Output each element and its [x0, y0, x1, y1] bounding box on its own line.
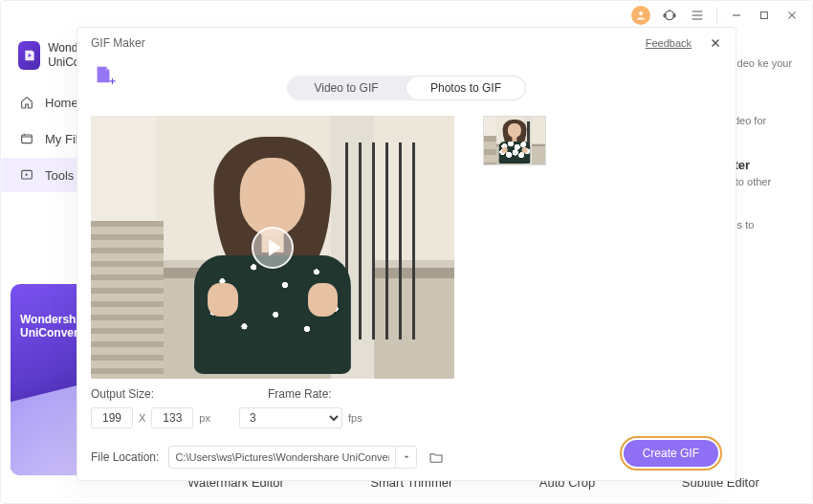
modal-header: GIF Maker Feedback [77, 28, 736, 58]
logo-icon [18, 41, 40, 70]
tab-photos-to-gif[interactable]: Photos to GIF [406, 76, 526, 100]
px-unit: px [199, 412, 210, 424]
params: Output Size: Frame Rate: X px 3 fps [91, 387, 464, 428]
nav-label: Home [45, 96, 78, 110]
gif-maker-modal: GIF Maker Feedback ＋ Video to GIF Photos… [77, 27, 736, 481]
create-gif-button[interactable]: Create GIF [624, 440, 718, 467]
minimize-button[interactable] [728, 7, 745, 24]
output-width-input[interactable] [91, 407, 133, 428]
file-location-dropdown[interactable] [395, 447, 416, 468]
avatar[interactable] [631, 6, 650, 25]
file-location-field [168, 446, 417, 469]
x-separator: X [139, 412, 145, 424]
nav-label: Tools [45, 168, 74, 183]
preview-area [91, 116, 454, 379]
svg-point-1 [665, 11, 673, 19]
file-location-label: File Location: [91, 450, 159, 464]
promo-sparkle-icon: ✦ [24, 437, 41, 462]
add-media-button[interactable]: ＋ [91, 62, 116, 87]
mode-segmented: Video to GIF Photos to GIF [287, 76, 526, 100]
frame-rate-select[interactable]: 3 [239, 407, 342, 428]
plus-icon: ＋ [107, 74, 118, 88]
maximize-button[interactable] [756, 7, 773, 24]
fps-unit: fps [348, 412, 363, 424]
svg-point-0 [639, 11, 643, 15]
frame-rate-label: Frame Rate: [268, 387, 332, 401]
file-location-input[interactable] [169, 451, 395, 463]
modal-title: GIF Maker [91, 36, 145, 50]
feedback-link[interactable]: Feedback [646, 37, 692, 49]
svg-rect-5 [22, 135, 33, 143]
divider [716, 8, 717, 23]
title-bar [1, 1, 812, 30]
files-icon [18, 130, 35, 147]
tab-video-to-gif[interactable]: Video to GIF [287, 76, 406, 100]
svg-rect-4 [761, 12, 768, 19]
output-height-input[interactable] [151, 407, 193, 428]
open-folder-button[interactable] [427, 448, 446, 467]
thumbnail[interactable] [483, 116, 546, 165]
thumbnail-list [454, 116, 722, 415]
play-button[interactable] [252, 227, 294, 269]
support-icon[interactable] [661, 7, 678, 24]
home-icon [18, 94, 35, 111]
modal-close-button[interactable] [709, 36, 722, 50]
tools-icon [18, 166, 35, 184]
close-window-button[interactable] [783, 7, 801, 24]
highlighted-create: Create GIF [620, 436, 722, 471]
menu-icon[interactable] [689, 7, 706, 24]
output-size-label: Output Size: [91, 387, 268, 401]
